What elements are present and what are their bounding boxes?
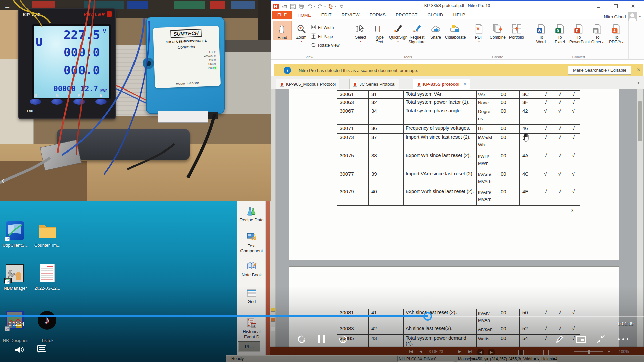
- grid-icon: [247, 288, 257, 298]
- shortcut-arrow-icon: ↗: [5, 280, 10, 284]
- account-area[interactable]: Nitro Cloud ▾: [604, 12, 641, 21]
- ribbon-button-to-excel[interactable]: XToExcel: [550, 21, 569, 44]
- next-page-button[interactable]: ▶: [457, 347, 462, 356]
- layout-mode-icon[interactable]: [510, 350, 515, 356]
- rewind-10-button[interactable]: 10: [297, 335, 307, 345]
- ribbon-button-to-powerpoint[interactable]: PToPowerPoint: [569, 21, 588, 44]
- table-cell: 4A: [520, 152, 538, 170]
- ribbon-tab-file[interactable]: FILE: [272, 11, 292, 19]
- vertical-scrollbar[interactable]: [637, 89, 643, 347]
- zoom-in-button[interactable]: +: [608, 347, 610, 356]
- volume-icon[interactable]: [15, 345, 25, 355]
- toolbox-item-historical-event-d[interactable]: 1.2.3.15HistoricalEvent D: [237, 318, 266, 339]
- minimize-button[interactable]: [594, 3, 604, 10]
- ribbon-button-portfolio[interactable]: Portfolio: [507, 21, 526, 40]
- scrollbar-thumb[interactable]: [638, 101, 642, 141]
- button-label: QuickSign: [389, 35, 408, 40]
- stamp-panel-icon[interactable]: [271, 318, 275, 322]
- toolbox-item-grid[interactable]: Grid: [237, 288, 266, 304]
- pl-window-button[interactable]: PL...: [238, 341, 260, 352]
- ribbon-button-share[interactable]: Share: [426, 21, 445, 40]
- exit-fullscreen-icon[interactable]: [596, 335, 605, 345]
- ribbon-button-rotate-view[interactable]: Rotate View: [311, 41, 345, 50]
- captions-icon[interactable]: [37, 345, 46, 355]
- converter-brand: SUMTECH: [170, 29, 202, 38]
- ribbon-button-hand[interactable]: Hand: [273, 21, 292, 40]
- annotate-pencil-icon[interactable]: [555, 335, 564, 345]
- toolbox-item-text-component[interactable]: CBATextComponent: [237, 232, 266, 253]
- zoom-slider[interactable]: [574, 347, 603, 356]
- meter-button-label: E: [95, 94, 107, 97]
- zoom-out-button[interactable]: –: [567, 347, 569, 356]
- info-close-icon[interactable]: ✕: [636, 67, 641, 73]
- ribbon-tab-forms[interactable]: FORMS: [365, 11, 391, 19]
- pause-button[interactable]: [318, 335, 325, 343]
- toolbox-item-recipe-data[interactable]: Recipe Data: [237, 206, 266, 222]
- title-bar[interactable]: ▾▾▾ KP-835S protocol.pdf - Nitro Pro 10 …: [270, 1, 644, 11]
- ribbon-button-quicksign[interactable]: xQuickSign▾: [389, 21, 408, 43]
- ribbon-tab-protect[interactable]: PROTECT: [391, 11, 422, 19]
- maximize-button[interactable]: [610, 3, 621, 10]
- desktop-icon-countertim-[interactable]: CounterTim...: [32, 221, 63, 248]
- zoom-slider-handle[interactable]: [588, 350, 590, 354]
- toolbox-item-note-book[interactable]: Note Book: [237, 261, 266, 277]
- forward-30-button[interactable]: 30: [338, 335, 348, 345]
- ribbon-button-zoom[interactable]: Zoom▾: [292, 21, 311, 43]
- layout-mode-icon[interactable]: [527, 350, 532, 356]
- list-panel-icon[interactable]: [271, 327, 275, 331]
- tab-close-icon[interactable]: ✕: [463, 81, 467, 87]
- document-area[interactable]: 3006131Total system VAr.VAr003C√√√300633…: [270, 89, 644, 347]
- ribbon-tab-home[interactable]: HOME: [292, 11, 316, 19]
- ribbon-button-fit-width[interactable]: Fit Width: [311, 23, 345, 32]
- ribbon-button-type-text[interactable]: TTypeText: [370, 21, 389, 44]
- check-cell: √: [567, 152, 580, 170]
- ribbon-button-to-other[interactable]: ▦ToOther ▾: [588, 21, 607, 45]
- toolbox-item-label: HistoricalEvent D: [237, 329, 266, 339]
- back-button[interactable]: ←: [4, 3, 11, 10]
- chevron-down-icon: ▾: [292, 40, 311, 43]
- layout-mode-icon[interactable]: [552, 350, 557, 356]
- document-tab-jc-series-protocal[interactable]: JC Series Protocal: [349, 79, 399, 89]
- table-cell: Watts: [477, 335, 498, 347]
- make-searchable-button[interactable]: Make Searchable / Editable: [568, 66, 631, 75]
- desktop-icon-tiktok[interactable]: ♪♪♪TikTok: [32, 311, 63, 343]
- ribbon-group-name: Tools: [348, 55, 467, 59]
- avatar[interactable]: [628, 12, 637, 21]
- last-page-button[interactable]: ▶|: [467, 347, 473, 356]
- check-cell: √: [553, 170, 567, 188]
- ribbon-button-select[interactable]: Select▾: [351, 21, 370, 43]
- check-cell: √: [567, 188, 580, 205]
- layout-mode-icon[interactable]: [535, 350, 540, 356]
- ribbon-button-combine[interactable]: Combine: [488, 21, 507, 40]
- previous-chevron[interactable]: ‹: [1, 174, 5, 186]
- ribbon-tab-review[interactable]: REVIEW: [337, 11, 365, 19]
- more-options-icon[interactable]: [618, 338, 628, 340]
- ribbon-button-request-signature[interactable]: xRequestSignature: [408, 21, 426, 44]
- prev-page-button[interactable]: ◀: [418, 347, 423, 356]
- ribbon-tab-edit[interactable]: EDIT: [316, 11, 337, 19]
- tab-list-chevron-icon[interactable]: ▾: [638, 81, 639, 85]
- ribbon-tab-cloud[interactable]: CLOUD: [422, 11, 448, 19]
- picture-in-picture-icon[interactable]: [576, 336, 586, 344]
- desktop-icon-nb-designer[interactable]: ↗NB-Designer: [0, 311, 31, 343]
- ribbon-button-to-pdf/a[interactable]: AToPDF/A ▾: [607, 21, 626, 45]
- ribbon-button-pdf[interactable]: *PDF▾: [470, 21, 488, 43]
- ribbon-button-collaborate[interactable]: Collaborate: [445, 21, 464, 40]
- check-cell: √: [538, 134, 553, 152]
- document-tab-kp-835s-protocol[interactable]: KP-835S protocol✕: [413, 79, 470, 89]
- desktop-icon-nbmanager[interactable]: ↗NBManager: [0, 264, 31, 291]
- desktop-icon-udpclients-[interactable]: ↗UdpClientS...: [0, 221, 31, 248]
- ribbon-button-to-word[interactable]: WToWord: [532, 21, 550, 44]
- ribbon-tab-help[interactable]: HELP: [448, 11, 470, 19]
- first-page-button[interactable]: |◀: [408, 347, 414, 356]
- layout-mode-icon[interactable]: [543, 350, 549, 356]
- desktop-icon-2022-03-12-[interactable]: 2022-03-12...: [32, 264, 63, 291]
- layout-mode-icon[interactable]: [518, 350, 524, 356]
- document-tab-kp-965_modbus-protocol[interactable]: KP-965_Modbus Protocol: [276, 79, 339, 89]
- comment-note-icon[interactable]: [271, 308, 275, 312]
- svg-text:*: *: [476, 25, 480, 34]
- table-cell: 00: [498, 325, 520, 334]
- ribbon-button-fit-page[interactable]: Fit Page: [311, 32, 345, 41]
- lcd-line2: 000.0: [64, 45, 100, 59]
- close-button[interactable]: ✕: [628, 3, 638, 10]
